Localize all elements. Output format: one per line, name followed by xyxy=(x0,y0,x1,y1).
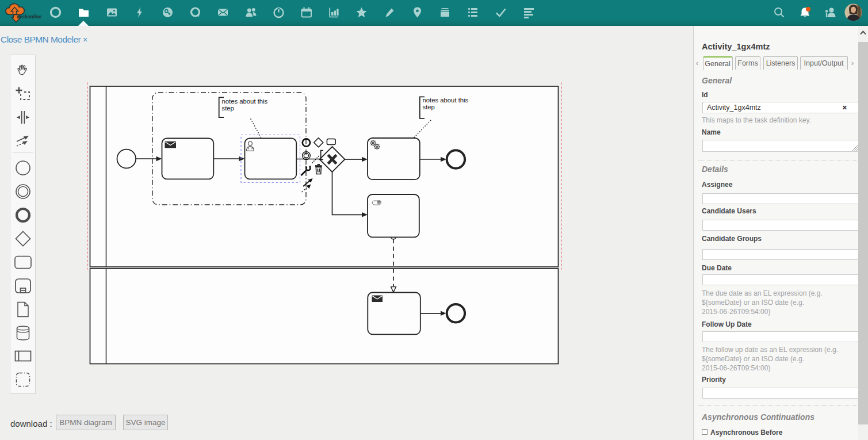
svg-text:step: step xyxy=(423,104,435,110)
svg-text:notes about this: notes about this xyxy=(222,98,268,105)
svg-text:notes about this: notes about this xyxy=(423,97,469,104)
svg-text:step: step xyxy=(222,105,234,112)
svg-text:deskonline: deskonline xyxy=(17,14,41,20)
